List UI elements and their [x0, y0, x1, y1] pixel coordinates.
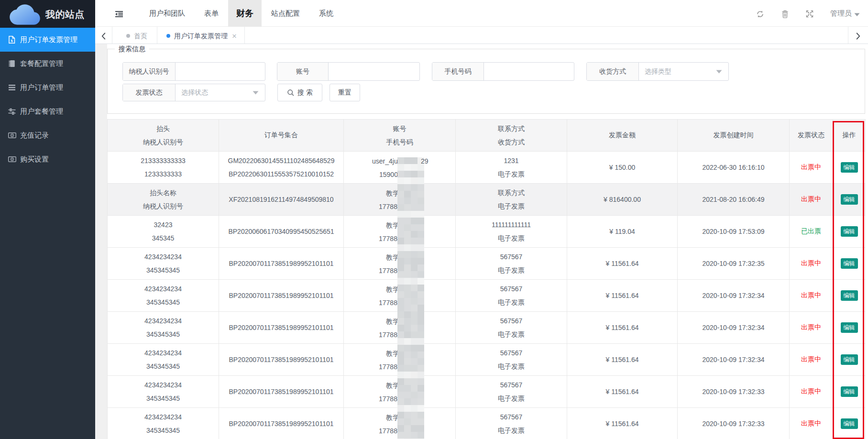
- svg-text:x: x: [11, 38, 13, 43]
